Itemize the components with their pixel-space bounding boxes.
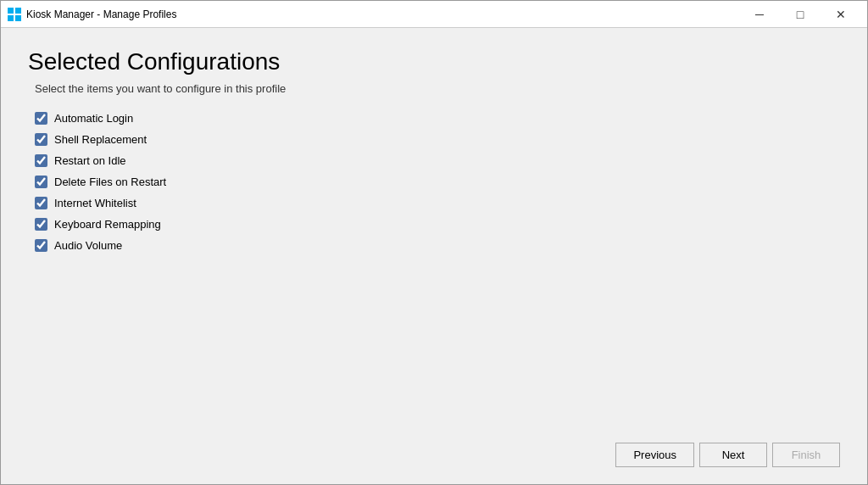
page-title: Selected Configurations <box>28 48 840 75</box>
checkbox-label-automatic-login: Automatic Login <box>54 112 133 125</box>
main-window: Kiosk Manager - Manage Profiles ─ □ ✕ Se… <box>0 0 868 485</box>
app-icon <box>8 8 21 21</box>
checkbox-item-restart-on-idle[interactable]: Restart on Idle <box>35 154 840 167</box>
checkbox-audio-volume[interactable] <box>35 239 47 252</box>
checkbox-item-shell-replacement[interactable]: Shell Replacement <box>35 133 840 146</box>
checkbox-label-keyboard-remapping: Keyboard Remapping <box>54 218 161 231</box>
checkbox-internet-whitelist[interactable] <box>35 197 47 209</box>
next-button[interactable]: Next <box>699 443 767 467</box>
svg-rect-2 <box>8 15 14 21</box>
checkbox-item-automatic-login[interactable]: Automatic Login <box>35 112 840 125</box>
title-bar: Kiosk Manager - Manage Profiles ─ □ ✕ <box>1 1 867 28</box>
title-bar-left: Kiosk Manager - Manage Profiles <box>8 8 176 21</box>
checkbox-label-audio-volume: Audio Volume <box>54 239 122 252</box>
page-subtitle: Select the items you want to configure i… <box>35 82 840 95</box>
footer: Previous Next Finish <box>1 432 867 484</box>
svg-rect-0 <box>8 8 14 14</box>
checkbox-automatic-login[interactable] <box>35 112 47 125</box>
maximize-button[interactable]: □ <box>781 2 820 27</box>
checkbox-keyboard-remapping[interactable] <box>35 218 47 231</box>
checkbox-delete-files-on-restart[interactable] <box>35 176 47 188</box>
checkbox-label-restart-on-idle: Restart on Idle <box>54 154 126 167</box>
checkbox-restart-on-idle[interactable] <box>35 154 47 167</box>
checkbox-label-delete-files-on-restart: Delete Files on Restart <box>54 176 166 188</box>
previous-button[interactable]: Previous <box>615 443 694 467</box>
checkbox-item-audio-volume[interactable]: Audio Volume <box>35 239 840 252</box>
checkbox-label-shell-replacement: Shell Replacement <box>54 133 147 146</box>
window-title: Kiosk Manager - Manage Profiles <box>26 8 176 20</box>
checkbox-label-internet-whitelist: Internet Whitelist <box>54 197 136 209</box>
checkbox-shell-replacement[interactable] <box>35 133 47 146</box>
content-area: Selected Configurations Select the items… <box>1 28 867 432</box>
svg-rect-3 <box>15 15 21 21</box>
checkbox-item-keyboard-remapping[interactable]: Keyboard Remapping <box>35 218 840 231</box>
checkboxes-list: Automatic LoginShell ReplacementRestart … <box>35 112 840 252</box>
close-button[interactable]: ✕ <box>821 2 860 27</box>
minimize-button[interactable]: ─ <box>740 2 779 27</box>
checkbox-item-delete-files-on-restart[interactable]: Delete Files on Restart <box>35 176 840 188</box>
title-bar-controls: ─ □ ✕ <box>740 2 860 27</box>
finish-button[interactable]: Finish <box>772 443 840 467</box>
svg-rect-1 <box>15 8 21 14</box>
checkbox-item-internet-whitelist[interactable]: Internet Whitelist <box>35 197 840 209</box>
